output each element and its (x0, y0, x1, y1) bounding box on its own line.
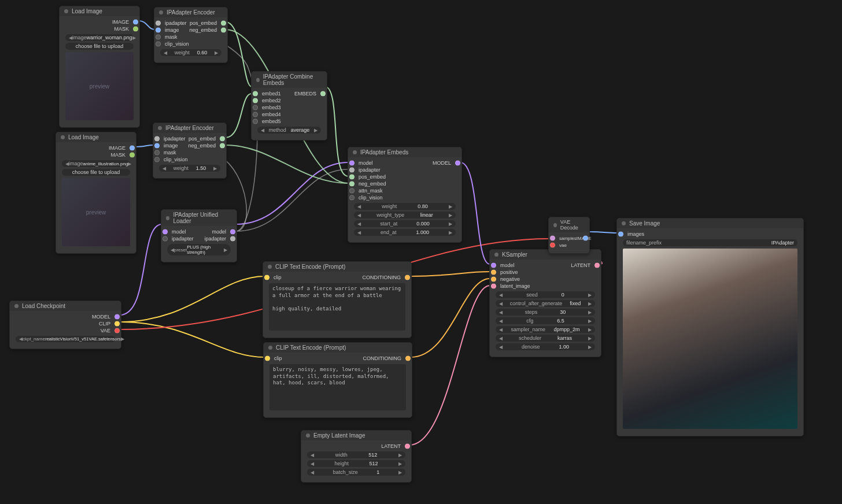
weight-widget[interactable]: ◀ weight 0.60 ▶ (160, 49, 221, 56)
arrow-right-icon[interactable]: ▶ (132, 35, 136, 40)
batch-widget[interactable]: ◀batch_size1▶ (307, 469, 405, 476)
port-model-in[interactable] (349, 161, 354, 166)
node-header[interactable]: CLIP Text Encode (Prompt) (263, 262, 411, 272)
height-widget[interactable]: ◀height512▶ (307, 460, 405, 467)
port-model-out[interactable] (230, 229, 235, 235)
node-ksampler[interactable]: KSampler modelLATENT positive negative l… (489, 249, 601, 357)
upload-button[interactable]: choose file to upload (65, 43, 134, 50)
node-header[interactable]: Load Checkpoint (10, 301, 121, 311)
scheduler-widget[interactable]: ◀schedulerkarras▶ (496, 335, 595, 342)
port-model-in[interactable] (491, 263, 496, 268)
node-load-image-1[interactable]: Load Image IMAGE MASK ◀ image warrior_wo… (59, 6, 140, 128)
preset-widget[interactable]: ◀ preset PLUS (high strength) ▶ (167, 244, 231, 255)
node-header[interactable]: Load Image (56, 132, 136, 142)
port-images-in[interactable] (618, 232, 623, 237)
port-attnmask-in[interactable] (349, 188, 354, 194)
node-header[interactable]: Empty Latent Image (301, 431, 411, 440)
node-header[interactable]: IPAdapter Combine Embeds (252, 72, 327, 88)
node-load-checkpoint[interactable]: Load Checkpoint MODEL CLIP VAE ◀ ckpt_na… (9, 301, 121, 349)
upload-button[interactable]: choose file to upload (62, 169, 130, 176)
node-empty-latent-image[interactable]: Empty Latent Image LATENT ◀width512▶ ◀he… (301, 430, 412, 483)
port-image-out[interactable] (130, 146, 135, 151)
port-posembed-in[interactable] (349, 175, 354, 180)
port-embed5-in[interactable] (253, 119, 258, 124)
image-select-widget[interactable]: ◀ image anime_illustration.png ▶ (62, 160, 130, 167)
port-latent-out[interactable] (405, 444, 410, 449)
port-ipadapter-in[interactable] (156, 21, 161, 26)
port-neg-embed-out[interactable] (221, 28, 226, 33)
port-model-in[interactable] (163, 229, 168, 235)
arrow-right-icon[interactable]: ▶ (128, 161, 131, 166)
node-ipadapter-embeds[interactable]: IPAdapter Embeds modelMODEL ipadapter po… (348, 147, 462, 243)
node-load-image-2[interactable]: Load Image IMAGE MASK ◀ image anime_illu… (56, 132, 136, 254)
node-header[interactable]: VAE Decode (549, 217, 589, 232)
cfg-widget[interactable]: ◀cfg6.5▶ (496, 317, 595, 324)
end-at-widget[interactable]: ◀end_at1.000▶ (354, 229, 456, 236)
weight-widget[interactable]: ◀ weight 1.50 ▶ (159, 165, 220, 172)
seed-widget[interactable]: ◀seed0▶ (496, 291, 595, 298)
method-widget[interactable]: ◀ method average ▶ (257, 127, 321, 134)
port-pos-embed-out[interactable] (221, 21, 226, 26)
port-embed4-in[interactable] (253, 112, 258, 117)
control-widget[interactable]: ◀control_after_generatefixed▶ (496, 300, 595, 307)
port-model-out[interactable] (455, 161, 460, 166)
weight-type-widget[interactable]: ◀weight_typelinear▶ (354, 212, 456, 218)
node-header[interactable]: Load Image (60, 6, 139, 16)
port-embed3-in[interactable] (253, 105, 258, 110)
port-embed2-in[interactable] (253, 98, 258, 103)
node-ipadapter-unified-loader[interactable]: IPAdapter Unified Loader modelmodel ipad… (161, 209, 237, 262)
port-ipadapter-in[interactable] (349, 168, 354, 173)
port-conditioning-out[interactable] (405, 275, 410, 280)
port-neg-embed-out[interactable] (220, 143, 225, 149)
start-at-widget[interactable]: ◀start_at0.000▶ (354, 220, 456, 227)
arrow-right-icon[interactable]: ▶ (224, 247, 227, 253)
port-samples-in[interactable] (550, 236, 555, 241)
width-widget[interactable]: ◀width512▶ (307, 451, 405, 458)
node-header[interactable]: CLIP Text Encode (Prompt) (264, 343, 412, 353)
port-clipvision-in[interactable] (154, 157, 160, 162)
port-conditioning-out[interactable] (405, 356, 411, 361)
port-negative-in[interactable] (491, 277, 496, 282)
node-header[interactable]: Save Image (617, 218, 803, 228)
prompt-textarea[interactable]: blurry, noisy, messy, lowres, jpeg, arti… (269, 364, 406, 410)
port-positive-in[interactable] (491, 270, 496, 275)
port-image-in[interactable] (154, 143, 160, 149)
port-negembed-in[interactable] (349, 181, 354, 187)
port-pos-embed-out[interactable] (220, 136, 225, 142)
arrow-left-icon[interactable]: ◀ (261, 128, 264, 133)
arrow-right-icon[interactable]: ▶ (215, 50, 218, 55)
steps-widget[interactable]: ◀steps30▶ (496, 309, 595, 316)
node-header[interactable]: IPAdapter Encoder (153, 123, 226, 133)
weight-widget[interactable]: ◀weight0.80▶ (354, 203, 456, 210)
arrow-right-icon[interactable]: ▶ (121, 336, 124, 342)
node-header[interactable]: IPAdapter Embeds (348, 147, 461, 157)
node-ipadapter-encoder-1[interactable]: IPAdapter Encoder ipadapterpos_embed ima… (154, 7, 228, 63)
port-vae-in[interactable] (550, 243, 555, 248)
arrow-left-icon[interactable]: ◀ (164, 50, 167, 55)
port-mask-out[interactable] (130, 153, 135, 158)
node-vae-decode[interactable]: VAE Decode samplesIMAGE vae (548, 217, 590, 254)
port-clipvision-in[interactable] (349, 195, 354, 201)
node-clip-text-encode-negative[interactable]: CLIP Text Encode (Prompt) clipCONDITIONI… (263, 342, 412, 418)
port-clipvision-in[interactable] (156, 42, 161, 47)
port-image-in[interactable] (156, 28, 161, 33)
sampler-widget[interactable]: ◀sampler_namedpmpp_2m▶ (496, 326, 595, 333)
node-clip-text-encode-positive[interactable]: CLIP Text Encode (Prompt) clipCONDITIONI… (263, 261, 412, 338)
port-ipadapter-out[interactable] (230, 236, 235, 242)
port-mask-out[interactable] (133, 27, 138, 32)
node-header[interactable]: IPAdapter Unified Loader (161, 210, 237, 226)
arrow-right-icon[interactable]: ▶ (213, 166, 217, 171)
port-embed1-in[interactable] (253, 91, 258, 97)
port-mask-in[interactable] (156, 35, 161, 40)
port-latent-in[interactable] (491, 284, 496, 289)
port-image-out[interactable] (583, 236, 588, 241)
node-ipadapter-encoder-2[interactable]: IPAdapter Encoder ipadapterpos_embed ima… (153, 123, 227, 179)
filename-prefix-widget[interactable]: filename_prefix IPAdapter (623, 239, 797, 246)
port-model-out[interactable] (115, 314, 120, 320)
port-clip-out[interactable] (115, 321, 120, 327)
port-ipadapter-in[interactable] (163, 236, 168, 242)
arrow-left-icon[interactable]: ◀ (163, 166, 166, 171)
port-mask-in[interactable] (154, 150, 160, 155)
port-vae-out[interactable] (115, 328, 120, 333)
arrow-right-icon[interactable]: ▶ (314, 128, 317, 133)
